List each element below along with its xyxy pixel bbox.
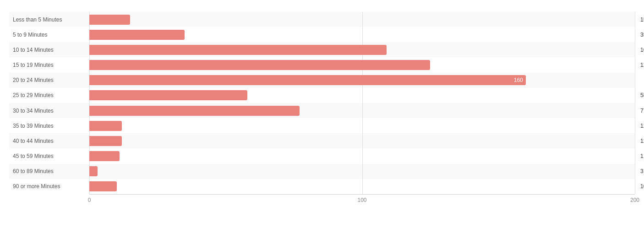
bar-label: Less than 5 Minutes (9, 16, 89, 23)
bar-fill (89, 45, 387, 55)
bar-fill (89, 151, 120, 161)
bar-row: 10 to 14 Minutes109 (9, 42, 635, 57)
bar-fill (89, 30, 185, 40)
bar-label: 40 to 44 Minutes (9, 138, 89, 144)
bar-fill (89, 166, 98, 176)
bar-row: 25 to 29 Minutes58 (9, 88, 635, 103)
bar-fill (89, 15, 130, 25)
bar-label: 35 to 39 Minutes (9, 123, 89, 129)
bar-value: 125 (638, 62, 644, 68)
bar-value: 11 (638, 153, 644, 159)
bar-label: 5 to 9 Minutes (9, 32, 89, 38)
bar-row: 60 to 89 Minutes3 (9, 164, 635, 179)
bar-fill (89, 60, 430, 70)
bar-label: 60 to 89 Minutes (9, 168, 89, 174)
bar-value: 12 (638, 138, 644, 144)
bar-value: 160 (514, 77, 523, 83)
bar-row: 90 or more Minutes10 (9, 179, 635, 194)
bar-row: 30 to 34 Minutes77 (9, 103, 635, 118)
bar-fill (89, 106, 300, 116)
bar-label: 90 or more Minutes (9, 183, 89, 190)
bar-value: 109 (638, 47, 644, 53)
bar-value: 10 (638, 183, 644, 190)
bar-label: 45 to 59 Minutes (9, 153, 89, 159)
bar-row: Less than 5 Minutes15 (9, 12, 635, 27)
x-axis-label: 0 (88, 197, 91, 203)
bar-row: 45 to 59 Minutes11 (9, 148, 635, 163)
bar-value: 35 (638, 32, 644, 38)
bar-fill: 160 (89, 75, 526, 85)
bar-label: 25 to 29 Minutes (9, 92, 89, 98)
bar-row: 5 to 9 Minutes35 (9, 27, 635, 42)
bar-fill (89, 136, 122, 146)
bar-value: 58 (638, 92, 644, 98)
bar-row: 40 to 44 Minutes12 (9, 133, 635, 148)
bar-label: 20 to 24 Minutes (9, 77, 89, 83)
bar-row: 15 to 19 Minutes125 (9, 57, 635, 72)
bar-value: 3 (638, 168, 644, 174)
bar-label: 10 to 14 Minutes (9, 47, 89, 53)
chart-container: Less than 5 Minutes155 to 9 Minutes3510 … (0, 0, 644, 239)
bar-value: 77 (638, 108, 644, 114)
bar-value: 12 (638, 123, 644, 129)
bar-value: 15 (638, 16, 644, 23)
bar-fill (89, 181, 117, 191)
x-axis-label: 200 (630, 197, 639, 203)
bar-label: 30 to 34 Minutes (9, 108, 89, 114)
bar-row: 35 to 39 Minutes12 (9, 118, 635, 133)
bar-fill (89, 90, 247, 100)
bar-fill (89, 121, 122, 131)
bar-label: 15 to 19 Minutes (9, 62, 89, 68)
x-axis: 0100200 (89, 194, 635, 207)
bar-row: 20 to 24 Minutes160 (9, 73, 635, 88)
x-axis-label: 100 (357, 197, 366, 203)
